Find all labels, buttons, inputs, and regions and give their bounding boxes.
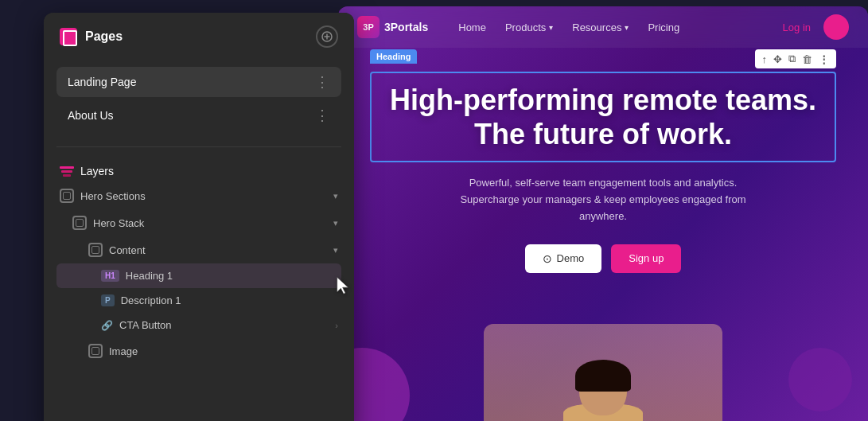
toolbar-delete-icon[interactable]: 🗑: [800, 53, 815, 66]
person-image: [484, 324, 722, 421]
tree-item-hero-sections[interactable]: Hero Sections ▾: [56, 182, 341, 209]
heading-selected-area: Heading ↑ ✥ ⧉ 🗑 ⋮ High-performing remote…: [370, 72, 836, 162]
panel-header: Pages: [44, 13, 354, 60]
heading-box[interactable]: High-performing remote teams. The future…: [370, 72, 836, 162]
page-item-about[interactable]: About Us ⋮: [56, 100, 341, 131]
tree-item-heading1[interactable]: H1 Heading 1: [56, 263, 341, 288]
hero-buttons: Demo Sign up: [370, 244, 836, 273]
tree-item-image[interactable]: Image: [56, 337, 341, 364]
tree-item-description1[interactable]: P Description 1: [56, 288, 341, 313]
brand-name: 3Portals: [384, 21, 428, 33]
signup-button[interactable]: Sign up: [611, 244, 681, 273]
tree-label-hero-sections: Hero Sections: [80, 190, 330, 202]
nav-link-resources[interactable]: Resources: [564, 18, 636, 37]
tree-item-content[interactable]: Content ▾: [56, 236, 341, 263]
hero-content: Heading ↑ ✥ ⧉ 🗑 ⋮ High-performing remote…: [338, 48, 868, 297]
layers-section: Layers Hero Sections ▾ Hero Stack ▾ Cont…: [44, 154, 354, 371]
chevron-content: ▾: [333, 245, 338, 255]
link-icon: 🔗: [101, 320, 113, 331]
hair: [575, 360, 631, 392]
page-name-about: About Us: [68, 109, 114, 122]
brand-icon: 3P: [357, 16, 380, 38]
page-name-landing: Landing Page: [68, 76, 136, 88]
chevron-hero-stack: ▾: [333, 218, 338, 228]
h1-badge: H1: [101, 270, 119, 282]
heading-toolbar: ↑ ✥ ⧉ 🗑 ⋮: [755, 49, 837, 68]
container-icon-image: [88, 344, 103, 358]
hero-description: Powerful, self-serve team engagement too…: [444, 175, 762, 224]
nav-link-pricing[interactable]: Pricing: [640, 18, 687, 37]
nav-link-products[interactable]: Products: [497, 18, 561, 37]
tree-label-hero-stack: Hero Stack: [93, 217, 330, 229]
container-icon-content: [88, 243, 103, 257]
toolbar-move-icon[interactable]: ✥: [771, 53, 784, 66]
container-icon-stack: [72, 216, 87, 230]
login-button[interactable]: Log in: [777, 18, 817, 37]
page-item-landing[interactable]: Landing Page ⋮: [56, 67, 341, 97]
layers-title: Layers: [80, 165, 114, 177]
tree-label-description1: Description 1: [121, 294, 338, 306]
panel-title: Pages: [60, 28, 123, 45]
toolbar-copy-icon[interactable]: ⧉: [786, 52, 798, 66]
toolbar-more-icon[interactable]: ⋮: [816, 53, 831, 66]
pages-icon: [60, 28, 77, 45]
blob-right: [788, 348, 852, 411]
pages-title: Pages: [85, 29, 123, 44]
p-badge: P: [101, 294, 115, 306]
brand-logo: 3P 3Portals: [357, 16, 428, 38]
container-icon: [60, 189, 74, 203]
pages-list: Landing Page ⋮ About Us ⋮: [44, 60, 354, 140]
hero-heading: High-performing remote teams. The future…: [387, 83, 819, 151]
tree-label-heading1: Heading 1: [126, 270, 338, 282]
signup-avatar[interactable]: [823, 14, 849, 40]
person-figure: [571, 356, 635, 421]
tree-label-cta: CTA Button: [119, 319, 335, 331]
hero-image-area: [484, 324, 722, 421]
toolbar-up-icon[interactable]: ↑: [760, 53, 770, 66]
add-page-button[interactable]: [316, 25, 338, 48]
divider: [56, 146, 341, 147]
tree-label-image: Image: [109, 345, 338, 357]
demo-button[interactable]: Demo: [525, 244, 602, 273]
chevron-hero-sections: ▾: [333, 191, 338, 201]
layers-icon: [60, 166, 74, 177]
tree-item-hero-stack[interactable]: Hero Stack ▾: [56, 209, 341, 236]
page-options-landing[interactable]: ⋮: [315, 75, 330, 89]
tree-item-cta-button[interactable]: 🔗 CTA Button ›: [56, 313, 341, 337]
nav-link-home[interactable]: Home: [450, 18, 494, 37]
heading-label-badge: Heading: [370, 49, 417, 64]
preview-navbar: 3P 3Portals Home Products Resources Pric…: [338, 6, 868, 48]
nav-links: Home Products Resources Pricing: [450, 18, 769, 37]
tree-label-content: Content: [109, 244, 330, 256]
page-options-about[interactable]: ⋮: [315, 108, 330, 123]
left-panel: Pages Landing Page ⋮ About Us ⋮ Layers: [44, 13, 354, 421]
expand-cta-arrow: ›: [335, 321, 338, 330]
nav-actions: Log in: [777, 14, 849, 40]
layers-header: Layers: [56, 160, 341, 182]
right-preview: 3P 3Portals Home Products Resources Pric…: [338, 6, 868, 421]
